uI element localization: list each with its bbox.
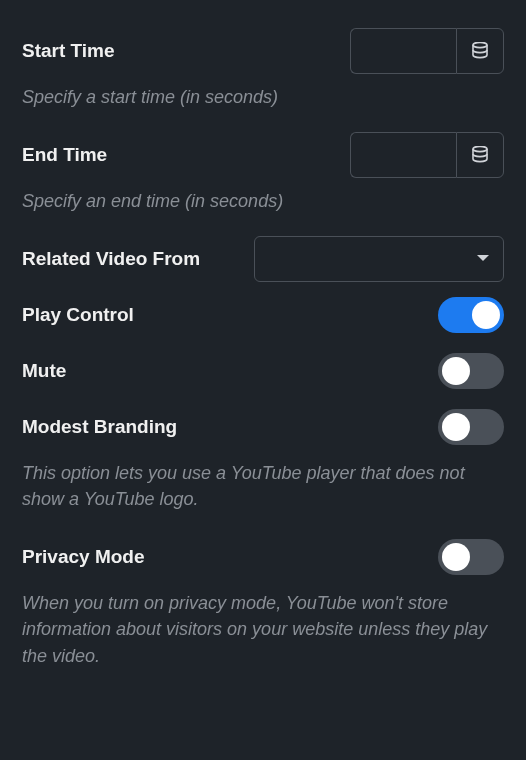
end-time-input[interactable] (350, 132, 456, 178)
toggle-knob (472, 301, 500, 329)
related-video-select[interactable] (254, 236, 504, 282)
start-time-dynamic-button[interactable] (456, 28, 504, 74)
database-icon (472, 42, 488, 60)
toggle-knob (442, 357, 470, 385)
modest-branding-label: Modest Branding (22, 416, 177, 438)
end-time-dynamic-button[interactable] (456, 132, 504, 178)
start-time-help: Specify a start time (in seconds) (22, 84, 504, 110)
privacy-mode-help: When you turn on privacy mode, YouTube w… (22, 590, 504, 668)
modest-branding-help: This option lets you use a YouTube playe… (22, 460, 504, 512)
svg-point-0 (473, 42, 487, 47)
related-video-row: Related Video From (22, 236, 504, 282)
end-time-help: Specify an end time (in seconds) (22, 188, 504, 214)
start-time-input-group (350, 28, 504, 74)
related-video-select-wrap (254, 236, 504, 282)
privacy-mode-row: Privacy Mode (22, 534, 504, 580)
end-time-row: End Time (22, 132, 504, 178)
play-control-label: Play Control (22, 304, 134, 326)
toggle-knob (442, 413, 470, 441)
play-control-row: Play Control (22, 292, 504, 338)
end-time-label: End Time (22, 144, 107, 166)
privacy-mode-toggle[interactable] (438, 539, 504, 575)
mute-toggle[interactable] (438, 353, 504, 389)
start-time-input[interactable] (350, 28, 456, 74)
mute-label: Mute (22, 360, 66, 382)
privacy-mode-label: Privacy Mode (22, 546, 145, 568)
modest-branding-toggle[interactable] (438, 409, 504, 445)
modest-branding-row: Modest Branding (22, 404, 504, 450)
toggle-knob (442, 543, 470, 571)
mute-row: Mute (22, 348, 504, 394)
svg-point-1 (473, 146, 487, 151)
start-time-row: Start Time (22, 28, 504, 74)
related-video-label: Related Video From (22, 248, 200, 270)
database-icon (472, 146, 488, 164)
end-time-input-group (350, 132, 504, 178)
play-control-toggle[interactable] (438, 297, 504, 333)
start-time-label: Start Time (22, 40, 115, 62)
